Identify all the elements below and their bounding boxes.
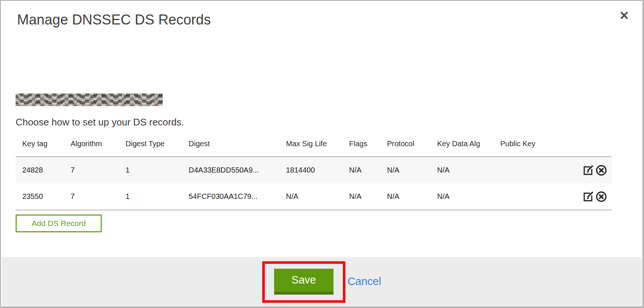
ds-records-table: Key tag Algorithm Digest Type Digest Max…: [16, 139, 612, 210]
add-ds-record-button[interactable]: Add DS Record: [16, 214, 102, 232]
save-button[interactable]: Save: [274, 269, 334, 295]
dialog-title: Manage DNSSEC DS Records: [17, 12, 211, 28]
col-header-flags: Flags: [349, 139, 387, 148]
cell-digest: D4A33E8DD550A9...: [189, 166, 286, 174]
cell-algorithm: 7: [71, 166, 126, 174]
cell-protocol: N/A: [387, 166, 437, 174]
cell-max-sig-life: N/A: [286, 192, 349, 201]
table-row: 24828 7 1 D4A33E8DD550A9... 1814400 N/A …: [16, 157, 612, 183]
cell-key-data-alg: N/A: [437, 192, 500, 201]
cell-digest-type: 1: [126, 192, 189, 201]
close-icon[interactable]: ✕: [619, 10, 629, 22]
col-header-public-key: Public Key: [500, 139, 579, 148]
col-header-key-data-alg: Key Data Alg: [437, 139, 500, 148]
table-row: 23550 7 1 54FCF030AA1C79... N/A N/A N/A …: [16, 183, 612, 210]
cell-digest: 54FCF030AA1C79...: [189, 192, 286, 201]
cell-digest-type: 1: [126, 166, 189, 174]
cancel-link[interactable]: Cancel: [348, 275, 381, 288]
manage-dnssec-dialog: Manage DNSSEC DS Records ✕ Choose how to…: [0, 0, 643, 307]
edit-icon[interactable]: [582, 164, 594, 176]
cell-flags: N/A: [349, 192, 387, 201]
edit-icon[interactable]: [582, 191, 594, 203]
dialog-footer: Save Cancel: [1, 257, 642, 306]
col-header-max-sig-life: Max Sig Life: [286, 139, 349, 148]
redacted-domain-name: [16, 94, 163, 106]
instruction-text: Choose how to set up your DS records.: [16, 117, 184, 128]
cell-key-tag: 23550: [22, 192, 71, 201]
annotation-highlight: Save: [262, 261, 345, 303]
cell-key-data-alg: N/A: [437, 166, 500, 174]
col-header-key-tag: Key tag: [22, 139, 71, 148]
cell-algorithm: 7: [71, 192, 126, 201]
cell-key-tag: 24828: [22, 166, 71, 174]
cell-protocol: N/A: [387, 192, 437, 201]
col-header-digest: Digest: [189, 139, 286, 148]
col-header-protocol: Protocol: [387, 139, 437, 148]
col-header-digest-type: Digest Type: [126, 139, 189, 148]
col-header-algorithm: Algorithm: [71, 139, 126, 148]
cell-max-sig-life: 1814400: [286, 166, 349, 174]
delete-icon[interactable]: [595, 191, 607, 203]
table-header-row: Key tag Algorithm Digest Type Digest Max…: [16, 139, 612, 156]
delete-icon[interactable]: [595, 164, 607, 176]
cell-flags: N/A: [349, 166, 387, 174]
